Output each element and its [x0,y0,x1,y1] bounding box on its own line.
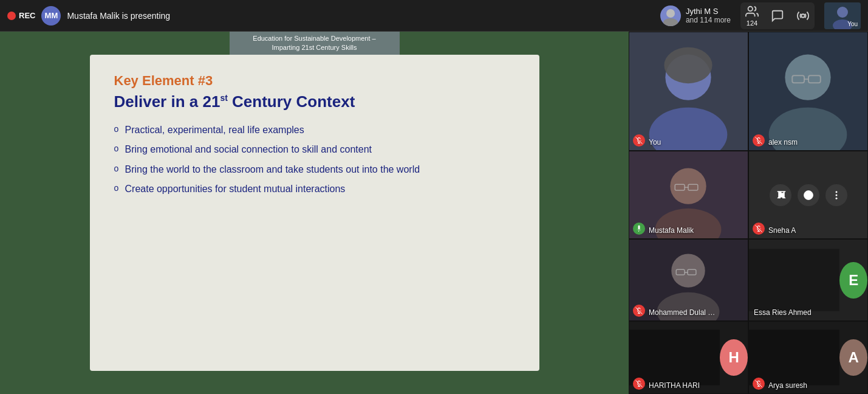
label-arya: Arya suresh [768,381,807,390]
slide-key-element: Key Element #3 [114,73,515,89]
bullet-2: Bring emotional and social connection to… [114,143,515,156]
svg-point-5 [837,7,848,18]
nav-people[interactable]: 124 [745,5,759,27]
svg-rect-42 [749,330,839,385]
sneha-controls: S [770,184,847,206]
tile-mustafa: Mustafa Malik [629,151,748,239]
label-sneha: Sneha A [768,226,796,235]
tile-alex: alex nsm [748,32,868,151]
mute-icon-arya [753,378,765,390]
svg-rect-40 [629,330,720,385]
tile-mohammed: Mohammed Dulal … [629,239,748,321]
slide-subtitle-banner: Education for Sustainable Development – … [230,32,400,57]
bullet-4: Create opportunities for student mutual … [114,182,515,196]
presenting-text: Mustafa Malik is presenting [67,11,170,21]
label-haritha: HARITHA HARI [649,381,700,390]
nav-icons: 124 [740,2,815,29]
host-avatar [660,5,681,26]
rec-label: REC [19,11,35,20]
speaking-icon-mustafa [633,223,645,235]
label-alex: alex nsm [768,138,798,147]
nav-activities[interactable] [796,9,810,22]
tile-mustafa-bg [629,151,748,238]
svg-point-3 [801,14,805,18]
mute-icon-mohammed [633,305,645,317]
presenter-avatar: MM [41,6,61,26]
mute-icon-you [633,134,645,147]
tile-alex-bg [749,32,867,150]
essa-avatar: E [839,262,867,299]
you-label-header: You [847,21,858,27]
label-you: You [649,138,661,147]
label-mustafa: Mustafa Malik [649,226,694,235]
slide-wrapper: Education for Sustainable Development – … [90,55,539,371]
bullet-1: Practical, experimental, real life examp… [114,123,515,137]
people-count: 124 [747,19,757,27]
svg-point-0 [666,9,675,18]
slide-bullets: Practical, experimental, real life examp… [114,123,515,202]
top-bar-right: Jythi M S and 114 more 124 [660,2,861,29]
top-bar: REC MM Mustafa Malik is presenting Jythi… [0,0,868,32]
tile-sneha: S Sneha A [748,151,868,239]
presentation-area: Education for Sustainable Development – … [0,32,629,394]
host-text: Jythi M S and 114 more [686,7,731,24]
participant-grid: You alex nsm [629,32,868,394]
svg-text:S: S [806,192,810,198]
sneha-more-btn[interactable] [825,184,847,206]
label-essa: Essa Ries Ahmed [754,308,812,317]
svg-point-1 [663,18,678,26]
svg-point-28 [835,191,837,193]
svg-point-30 [835,197,837,199]
svg-point-10 [664,47,712,83]
mute-icon-sneha [753,223,765,235]
rec-dot [7,12,16,20]
haritha-avatar: H [720,339,748,376]
slide-title: Deliver in a 21st Century Context [114,92,515,111]
mute-icon-alex [753,134,765,147]
nav-chat[interactable] [771,9,784,22]
tile-haritha: H HARITHA HARI [629,321,748,394]
tile-essa: E Essa Ries Ahmed [748,239,868,321]
tile-arya: A Arya suresh [748,321,868,394]
svg-point-29 [835,194,837,196]
sneha-pin-btn[interactable] [770,184,791,206]
tile-you-bg [629,32,748,150]
svg-rect-39 [749,249,839,311]
slide-container: Key Element #3 Deliver in a 21st Century… [90,55,539,371]
label-mohammed: Mohammed Dulal … [649,308,715,317]
main-area: Education for Sustainable Development – … [0,32,868,394]
self-preview-header: You [824,2,861,29]
tile-sneha-bg: S [749,151,867,238]
tile-arya-bg: A [749,322,867,393]
host-info: Jythi M S and 114 more [660,5,731,26]
mute-icon-haritha [633,378,645,390]
tile-you: You [629,32,748,151]
arya-avatar: A [839,339,867,376]
sneha-mute-btn[interactable]: S [798,184,819,206]
rec-badge: REC [7,11,35,20]
top-bar-left: REC MM Mustafa Malik is presenting [7,6,170,26]
bullet-3: Bring the world to the classroom and tak… [114,163,515,176]
svg-point-2 [748,6,753,10]
